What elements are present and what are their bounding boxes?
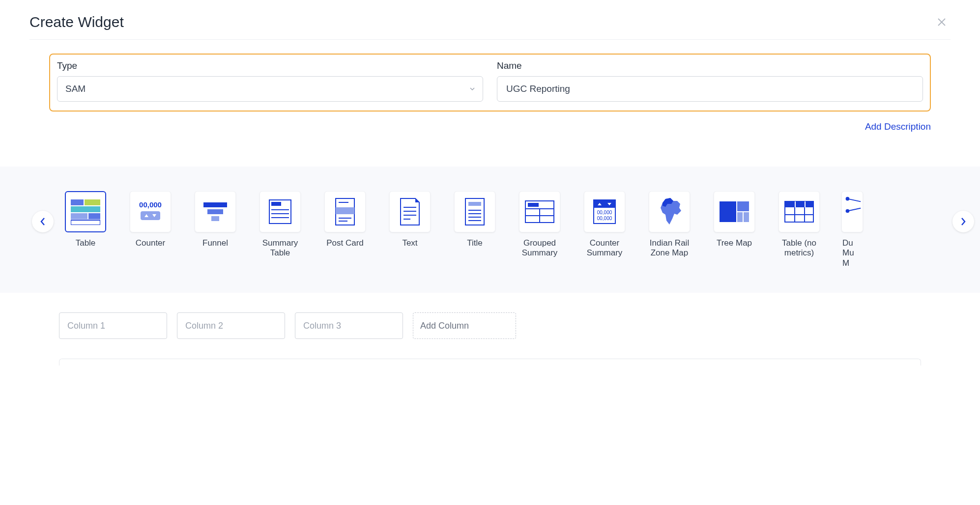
svg-text:00,000: 00,000 [139, 200, 162, 209]
svg-rect-36 [528, 203, 539, 207]
column-input-3[interactable] [302, 320, 396, 332]
widget-type-counter[interactable]: 00,000 Counter [124, 191, 177, 268]
chevron-right-icon [960, 217, 967, 226]
widget-type-label: Table (no metrics) [773, 238, 826, 258]
type-select-value: SAM [65, 84, 86, 94]
grouped-summary-icon [524, 200, 555, 224]
type-label: Type [57, 60, 483, 71]
widget-type-title[interactable]: Title [448, 191, 501, 268]
column-input-2-wrapper [177, 312, 285, 339]
widget-type-label: Tree Map [717, 238, 752, 248]
widget-type-funnel[interactable]: Funnel [189, 191, 242, 268]
add-column-button[interactable]: Add Column [413, 312, 516, 339]
type-select[interactable]: SAM [57, 76, 483, 102]
summary-table-icon [266, 198, 294, 225]
svg-line-60 [847, 208, 861, 211]
name-input-wrapper [497, 76, 923, 102]
widget-type-label: Du Mu M [842, 238, 862, 268]
widget-type-label: Text [402, 238, 417, 248]
column-input-3-wrapper [295, 312, 403, 339]
svg-rect-47 [737, 201, 749, 211]
name-label: Name [497, 60, 923, 71]
widget-type-table[interactable]: Table [59, 191, 112, 268]
chevron-left-icon [39, 217, 46, 226]
carousel-prev-button[interactable] [32, 211, 54, 232]
table-outline-icon [784, 200, 814, 223]
svg-rect-16 [271, 202, 281, 206]
counter-icon: 00,000 [135, 199, 166, 224]
text-icon [399, 197, 421, 226]
widget-type-label: Post Card [326, 238, 364, 248]
widget-type-summary-table[interactable]: Summary Table [254, 191, 307, 268]
svg-rect-41 [594, 200, 615, 208]
close-button[interactable] [933, 15, 951, 29]
svg-text:00,000: 00,000 [597, 216, 612, 221]
widget-type-label: Funnel [202, 238, 228, 248]
funnel-icon [202, 199, 229, 224]
widget-type-label: Grouped Summary [513, 238, 566, 258]
svg-rect-14 [211, 216, 219, 221]
widget-type-dual-multi[interactable]: Du Mu M [837, 191, 867, 268]
widget-type-tree-map[interactable]: Tree Map [708, 191, 761, 268]
widget-type-label: Table [76, 238, 96, 248]
dual-icon [842, 192, 863, 219]
title-icon [463, 197, 486, 226]
column-input-1-wrapper [59, 312, 167, 339]
svg-rect-3 [85, 199, 100, 205]
widget-type-text[interactable]: Text [383, 191, 436, 268]
tree-map-icon [720, 201, 749, 222]
svg-rect-51 [785, 201, 813, 207]
svg-rect-13 [207, 209, 223, 214]
name-input[interactable] [505, 83, 915, 95]
india-map-icon [656, 197, 683, 226]
widget-type-label: Title [467, 238, 483, 248]
svg-rect-56 [805, 201, 806, 207]
widget-type-grouped-summary[interactable]: Grouped Summary [513, 191, 566, 268]
bottom-panel-edge [59, 359, 921, 365]
widget-type-indian-rail-map[interactable]: Indian Rail Zone Map [643, 191, 696, 268]
column-input-1[interactable] [66, 320, 160, 332]
svg-rect-12 [203, 202, 227, 207]
svg-rect-4 [71, 206, 100, 212]
columns-row: Add Column [0, 312, 980, 339]
widget-type-label: Summary Table [254, 238, 307, 258]
svg-rect-7 [71, 220, 100, 225]
type-name-group: Type SAM Name [49, 54, 931, 112]
widget-type-label: Counter [136, 238, 165, 248]
svg-line-58 [847, 199, 861, 202]
svg-text:00,000: 00,000 [597, 210, 612, 215]
svg-rect-48 [737, 212, 743, 222]
widget-type-label: Counter Summary [578, 238, 631, 258]
widget-type-label: Indian Rail Zone Map [643, 238, 696, 258]
svg-rect-6 [88, 213, 100, 219]
add-description-link[interactable]: Add Description [865, 121, 931, 132]
close-icon [937, 17, 947, 27]
chevron-down-icon [469, 85, 476, 92]
column-input-2[interactable] [184, 320, 278, 332]
widget-type-table-no-metrics[interactable]: Table (no metrics) [773, 191, 826, 268]
table-icon [71, 198, 100, 225]
counter-summary-icon: 00,000 00,000 [591, 198, 618, 225]
svg-rect-49 [744, 212, 749, 222]
svg-rect-9 [141, 211, 160, 220]
post-card-icon [334, 197, 356, 226]
widget-type-post-card[interactable]: Post Card [318, 191, 372, 268]
svg-rect-2 [71, 199, 84, 205]
add-column-label: Add Column [420, 321, 469, 331]
carousel-next-button[interactable] [952, 211, 974, 232]
svg-rect-55 [795, 201, 796, 207]
svg-rect-22 [336, 207, 354, 214]
page-title: Create Widget [29, 14, 124, 30]
svg-rect-46 [720, 201, 736, 222]
svg-rect-30 [468, 202, 481, 206]
svg-rect-5 [71, 213, 87, 219]
widget-type-counter-summary[interactable]: 00,000 00,000 Counter Summary [578, 191, 631, 268]
widget-type-carousel: Table 00,000 Counter [0, 167, 980, 293]
